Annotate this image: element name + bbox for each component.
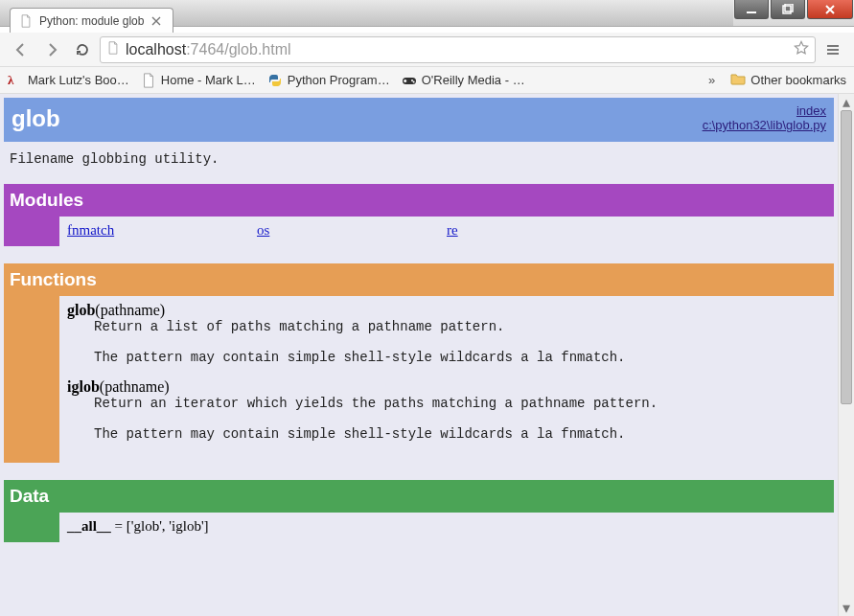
browser-tab[interactable]: Python: module glob [10,8,173,33]
bookmark-item[interactable]: Home - Mark L… [141,73,256,88]
function-entry: iglob(pathname) Return an iterator which… [67,378,826,442]
section-data: Data __all__ = ['glob', 'iglob'] [4,480,834,542]
other-bookmarks-button[interactable]: Other bookmarks [730,71,846,89]
section-heading: Data [4,480,834,513]
module-title: glob [12,105,60,132]
module-link[interactable]: os [257,222,447,239]
page-icon [106,41,120,58]
svg-point-10 [412,80,414,82]
close-button[interactable] [807,0,853,19]
section-heading: Functions [4,263,834,296]
source-path-link[interactable]: c:\python32\lib\glob.py [703,118,826,132]
address-bar[interactable]: localhost:7464/glob.html [100,36,816,63]
index-link[interactable]: index [703,103,826,118]
maximize-button[interactable] [771,0,805,19]
url-text: localhost:7464/glob.html [126,41,788,58]
bookmark-label: Home - Mark L… [161,73,256,87]
forward-button[interactable] [38,36,65,63]
section-modules: Modules fnmatch os re [4,184,834,246]
svg-rect-2 [785,4,793,11]
bookmark-item[interactable]: O'Reilly Media - … [402,73,525,88]
svg-rect-3 [827,45,839,47]
chrome-menu-button[interactable] [819,36,846,63]
bookmarks-bar: λ Mark Lutz's Boo… Home - Mark L… Python… [0,67,854,94]
section-heading: Modules [4,184,834,217]
scroll-track[interactable] [839,110,854,600]
tab-strip: Python: module glob [10,6,173,33]
svg-rect-8 [404,80,406,81]
lambda-icon: λ [8,73,23,88]
other-bookmarks-label: Other bookmarks [750,73,846,87]
content-viewport: glob index c:\python32\lib\glob.py Filen… [0,94,854,616]
function-signature: iglob(pathname) [67,378,826,396]
bookmark-star-icon[interactable] [794,40,809,59]
scroll-thumb[interactable] [841,110,852,404]
bookmark-label: Python Program… [288,73,390,87]
controller-icon [402,73,417,88]
navigation-toolbar: localhost:7464/glob.html [0,33,854,67]
svg-rect-5 [827,53,839,55]
tab-close-icon[interactable] [150,14,163,28]
section-stripe [4,513,59,542]
function-doc: Return a list of paths matching a pathna… [94,319,826,365]
module-header: glob index c:\python32\lib\glob.py [4,98,834,142]
page-icon [18,13,34,29]
svg-rect-4 [827,49,839,51]
svg-rect-1 [783,6,791,13]
header-links: index c:\python32\lib\glob.py [703,103,826,132]
bookmark-label: Mark Lutz's Boo… [28,73,129,87]
bookmark-label: O'Reilly Media - … [422,73,525,87]
scroll-down-icon[interactable]: ▾ [839,600,854,616]
modules-grid: fnmatch os re [67,222,826,239]
minimize-button[interactable] [734,0,769,19]
section-stripe [4,296,59,463]
page-icon [141,73,156,88]
function-entry: glob(pathname) Return a list of paths ma… [67,302,826,365]
bookmarks-overflow-button[interactable]: » [704,73,719,87]
back-button[interactable] [8,36,35,63]
function-signature: glob(pathname) [67,302,826,319]
module-link[interactable]: re [447,222,636,239]
function-doc: Return an iterator which yields the path… [94,396,826,442]
reload-button[interactable] [69,36,96,63]
svg-rect-0 [747,11,756,13]
vertical-scrollbar[interactable]: ▴ ▾ [838,94,854,616]
section-functions: Functions glob(pathname) Return a list o… [4,263,834,463]
url-host: localhost [126,41,186,57]
svg-point-9 [411,80,413,81]
pydoc-page: glob index c:\python32\lib\glob.py Filen… [0,94,838,616]
bookmark-item[interactable]: Python Program… [267,73,390,88]
data-entry: __all__ = ['glob', 'iglob'] [67,518,826,535]
browser-window: Python: module glob localhost:7464/glob.… [0,0,854,616]
folder-icon [730,71,746,89]
tab-title: Python: module glob [39,14,144,28]
window-controls [733,0,854,26]
module-description: Filename globbing utility. [4,142,834,184]
bookmark-item[interactable]: λ Mark Lutz's Boo… [8,73,129,88]
section-stripe [4,217,59,246]
module-link[interactable]: fnmatch [67,222,257,239]
python-icon [267,73,283,88]
url-rest: :7464/glob.html [186,41,290,57]
scroll-up-icon[interactable]: ▴ [839,94,854,110]
